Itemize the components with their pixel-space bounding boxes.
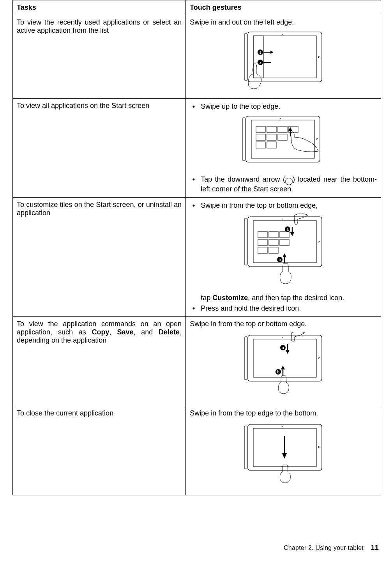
header-gestures: Touch gestures: [186, 0, 381, 15]
task-text: To view the recently used applications o…: [17, 18, 182, 35]
gesture-bullet: Swipe up to the top edge.: [201, 103, 377, 111]
down-arrow-icon: ↓: [285, 178, 293, 185]
footer-page-number: 11: [371, 544, 379, 551]
svg-point-55: [282, 337, 283, 338]
header-tasks: Tasks: [13, 0, 186, 15]
svg-rect-16: [246, 116, 320, 162]
table-row: To view all applications on the Start sc…: [13, 99, 381, 198]
page-footer: Chapter 2. Using your tablet 11: [284, 544, 379, 552]
gesture-text: Swipe in from the top edge to the bottom…: [190, 409, 377, 417]
table-row: To close the current application Swipe i…: [13, 406, 381, 495]
svg-text:1: 1: [259, 50, 261, 55]
task-text: To customize tiles on the Start screen, …: [17, 201, 182, 217]
svg-rect-0: [245, 34, 247, 80]
gesture-illustration: [190, 421, 377, 490]
gesture-bullet: Swipe in from the top or bottom edge,: [201, 201, 377, 210]
svg-point-34: [282, 219, 283, 219]
gesture-illustration: [190, 115, 377, 173]
table-row: To view the recently used applications o…: [13, 15, 381, 99]
svg-text:b: b: [279, 258, 281, 262]
svg-text:b: b: [277, 370, 279, 374]
gesture-illustration: a b: [190, 214, 377, 292]
gesture-bullet: Press and hold the desired icon.: [201, 304, 377, 313]
svg-rect-52: [245, 337, 247, 380]
svg-rect-31: [245, 218, 247, 265]
svg-point-18: [280, 118, 281, 119]
svg-text:a: a: [286, 227, 289, 232]
gesture-bullet: Tap the downward arrow (↓) located near …: [201, 175, 377, 193]
svg-text:a: a: [282, 346, 284, 350]
footer-chapter: Chapter 2. Using your tablet: [284, 544, 364, 551]
task-text: To view the application commands on an o…: [17, 320, 182, 345]
svg-rect-1: [248, 32, 322, 82]
table-row: To view the application commands on an o…: [13, 317, 381, 406]
gesture-illustration: a b: [190, 332, 377, 400]
svg-rect-15: [243, 118, 245, 161]
svg-rect-65: [245, 426, 247, 469]
svg-rect-53: [248, 335, 322, 381]
gesture-text: Swipe in and out on the left edge.: [190, 18, 377, 27]
gesture-text: Swipe in from the top or bottom edge.: [190, 320, 377, 328]
svg-point-68: [282, 426, 283, 427]
gesture-table: Tasks Touch gestures To view the recentl…: [12, 0, 381, 495]
svg-point-3: [282, 34, 283, 35]
table-row: To customize tiles on the Start screen, …: [13, 198, 381, 317]
task-text: To close the current application: [17, 409, 182, 417]
task-text: To view all applications on the Start sc…: [17, 102, 182, 110]
gesture-illustration: 1 2: [190, 30, 377, 93]
gesture-text: tap Customize, and then tap the desired …: [190, 294, 377, 302]
